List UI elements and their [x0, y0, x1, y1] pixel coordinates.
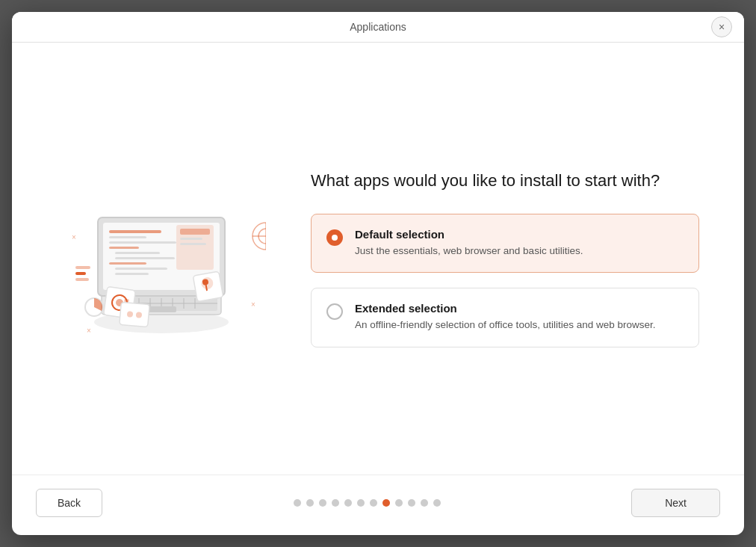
svg-rect-19: [115, 252, 160, 254]
progress-dot-1: [294, 499, 301, 507]
progress-dot-8: [382, 499, 390, 507]
progress-dot-7: [370, 499, 377, 507]
svg-rect-15: [109, 230, 161, 233]
extended-selection-card[interactable]: Extended selection An offline-friendly s…: [311, 288, 699, 347]
progress-dot-4: [332, 499, 339, 507]
default-option-desc: Just the essentials, web browser and bas…: [355, 244, 583, 259]
illustration: × × ×: [57, 154, 266, 363]
svg-rect-17: [109, 241, 176, 244]
default-option-title: Default selection: [355, 228, 583, 241]
default-selection-card[interactable]: Default selection Just the essentials, w…: [311, 214, 699, 273]
svg-rect-35: [120, 302, 149, 327]
svg-rect-27: [180, 243, 206, 245]
svg-text:×: ×: [87, 327, 91, 335]
default-radio[interactable]: [326, 229, 343, 246]
laptop-illustration: × × ×: [57, 154, 266, 363]
svg-rect-18: [109, 247, 139, 249]
close-button[interactable]: ×: [711, 16, 732, 37]
main-content: × × × What apps would you like to instal…: [12, 43, 744, 475]
svg-rect-44: [75, 278, 89, 281]
question-text: What apps would you like to install to s…: [311, 170, 699, 193]
next-button[interactable]: Next: [631, 489, 720, 517]
progress-dot-2: [306, 499, 314, 507]
svg-rect-20: [115, 257, 175, 259]
svg-rect-43: [75, 272, 86, 275]
svg-rect-21: [109, 262, 146, 265]
progress-dot-6: [357, 499, 365, 507]
titlebar: Applications ×: [12, 12, 744, 43]
extended-option-title: Extended selection: [355, 302, 655, 315]
extended-option-text: Extended selection An offline-friendly s…: [355, 302, 655, 333]
default-option-text: Default selection Just the essentials, w…: [355, 228, 583, 259]
svg-rect-12: [146, 306, 176, 312]
progress-dot-5: [344, 499, 352, 507]
back-button[interactable]: Back: [36, 489, 102, 517]
svg-rect-22: [115, 268, 167, 270]
footer: Back Next: [12, 475, 744, 535]
svg-rect-23: [115, 273, 149, 275]
svg-rect-26: [180, 238, 202, 240]
svg-rect-16: [109, 236, 146, 238]
progress-dot-3: [319, 499, 326, 507]
application-window: Applications ×: [12, 12, 744, 535]
extended-option-desc: An offline-friendly selection of office …: [355, 318, 655, 333]
extended-radio[interactable]: [326, 303, 343, 320]
progress-dot-10: [408, 499, 415, 507]
progress-dot-9: [395, 499, 403, 507]
svg-text:×: ×: [251, 300, 255, 309]
svg-rect-34: [124, 299, 128, 303]
svg-text:×: ×: [72, 233, 76, 241]
right-panel: What apps would you like to install to s…: [311, 170, 699, 347]
svg-rect-42: [75, 266, 90, 269]
progress-dot-11: [421, 499, 428, 507]
svg-rect-25: [180, 229, 210, 235]
window-title: Applications: [350, 21, 406, 33]
progress-dot-12: [433, 499, 441, 507]
progress-dots: [294, 499, 441, 507]
